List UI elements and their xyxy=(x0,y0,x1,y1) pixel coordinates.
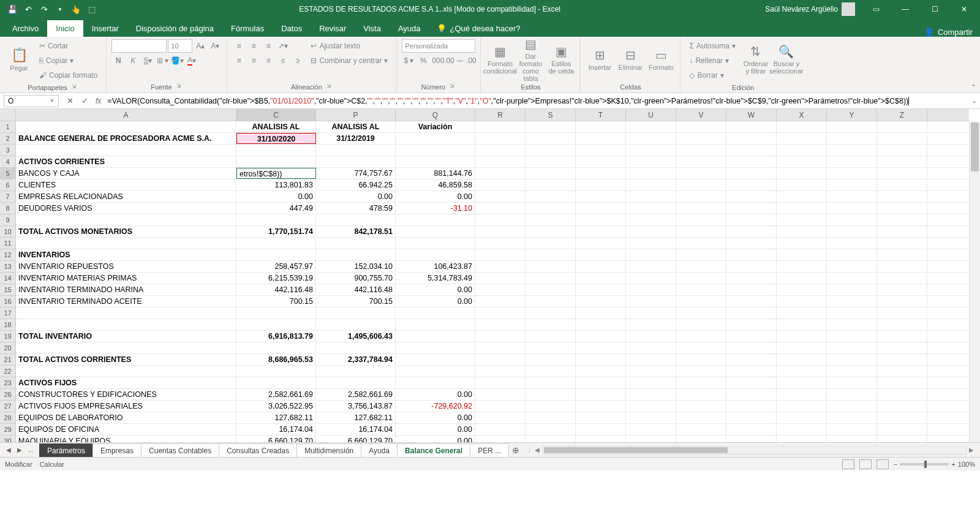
cell[interactable] xyxy=(726,121,777,132)
cell[interactable]: 1,495,606.43 xyxy=(316,331,396,342)
column-header-P[interactable]: P xyxy=(316,109,396,121)
column-header-C[interactable]: C xyxy=(236,109,316,121)
cell[interactable] xyxy=(827,296,877,307)
cell[interactable] xyxy=(526,342,576,353)
column-header-Q[interactable]: Q xyxy=(396,109,475,121)
cell[interactable] xyxy=(676,284,726,295)
cell[interactable] xyxy=(726,238,777,249)
zoom-control[interactable]: − + 100% xyxy=(894,461,975,468)
row-header-5[interactable]: 5 xyxy=(0,168,15,179)
cell[interactable] xyxy=(576,249,626,260)
dialog-launcher-align[interactable]: ⇲ xyxy=(325,83,333,91)
cell[interactable] xyxy=(877,366,927,377)
cell[interactable] xyxy=(827,214,877,225)
row-header-12[interactable]: 12 xyxy=(0,249,15,261)
cell[interactable] xyxy=(16,319,236,330)
cell[interactable] xyxy=(626,273,676,284)
sheet-tab-ayuda[interactable]: Ayuda xyxy=(361,443,398,457)
cell[interactable] xyxy=(726,284,777,295)
indent-decrease-button[interactable]: ≤ xyxy=(276,54,290,67)
cell[interactable]: 0.00 xyxy=(316,191,396,202)
cell[interactable] xyxy=(316,145,396,156)
cell[interactable] xyxy=(396,331,475,342)
cell[interactable]: CONSTRUCTORES Y EDIFICACIONES xyxy=(16,389,236,400)
cell[interactable]: 447.49 xyxy=(236,203,316,214)
cell[interactable] xyxy=(827,342,877,353)
cell[interactable] xyxy=(396,319,475,330)
column-header-U[interactable]: U xyxy=(626,109,676,121)
cell[interactable]: 0.00 xyxy=(396,389,475,400)
maximize-button[interactable]: ☐ xyxy=(921,0,948,18)
cell[interactable]: 700.15 xyxy=(316,296,396,307)
cell[interactable] xyxy=(827,156,877,167)
cell[interactable] xyxy=(676,342,726,353)
cell[interactable] xyxy=(777,331,827,342)
cell[interactable] xyxy=(475,226,526,237)
cell[interactable] xyxy=(526,284,576,295)
row-header-1[interactable]: 1 xyxy=(0,121,15,133)
cell[interactable] xyxy=(526,412,576,423)
cell[interactable] xyxy=(877,214,927,225)
cell[interactable] xyxy=(827,203,877,214)
undo-button[interactable]: ↶ xyxy=(21,2,36,17)
find-select-button[interactable]: 🔍Buscar y seleccionar xyxy=(772,39,801,80)
cell[interactable] xyxy=(726,179,777,190)
sort-filter-button[interactable]: ⇅Ordenar y filtrar xyxy=(742,39,770,80)
cell[interactable] xyxy=(726,436,777,442)
format-as-table-button[interactable]: ▤Dar formato como tabla xyxy=(516,39,545,80)
cell[interactable] xyxy=(827,179,877,190)
cell[interactable] xyxy=(475,331,526,342)
cell[interactable] xyxy=(726,412,777,423)
cell[interactable]: ACTIVOS CORRIENTES xyxy=(16,156,236,167)
cell[interactable] xyxy=(626,307,676,319)
cell[interactable] xyxy=(726,366,777,377)
cell[interactable] xyxy=(626,296,676,307)
cell[interactable] xyxy=(777,191,827,202)
cell[interactable] xyxy=(777,366,827,377)
sheet-tab-balance[interactable]: Balance General xyxy=(397,443,470,457)
cell[interactable] xyxy=(576,296,626,307)
cell[interactable]: 16,174.04 xyxy=(316,424,396,435)
insert-cells-button[interactable]: ⊞Insertar xyxy=(586,39,614,80)
cell[interactable]: 0.00 xyxy=(396,191,475,202)
column-header-T[interactable]: T xyxy=(576,109,626,121)
cell[interactable] xyxy=(777,168,827,179)
cell[interactable] xyxy=(676,191,726,202)
cell[interactable] xyxy=(576,133,626,144)
hscroll-splitter[interactable]: ⋮ xyxy=(527,447,532,453)
row-header-10[interactable]: 10 xyxy=(0,226,15,238)
row-header-23[interactable]: 23 xyxy=(0,377,15,389)
cell[interactable] xyxy=(877,424,927,435)
cells-area[interactable]: ANALISIS ALANALISIS ALVariaciónBALANCE G… xyxy=(16,121,969,442)
cell[interactable]: 2,337,784.94 xyxy=(316,354,396,365)
cell[interactable]: ANALISIS AL xyxy=(236,121,316,132)
expand-formula-bar[interactable]: ⌄ xyxy=(968,97,980,105)
tellme-search[interactable]: 💡 ¿Qué desea hacer? xyxy=(429,20,528,37)
cell[interactable] xyxy=(777,389,827,400)
row-header-26[interactable]: 26 xyxy=(0,389,15,401)
cell[interactable] xyxy=(877,249,927,260)
tab-inicio[interactable]: Inicio xyxy=(47,20,83,37)
row-header-16[interactable]: 16 xyxy=(0,296,15,307)
cell[interactable] xyxy=(475,179,526,190)
cell[interactable] xyxy=(726,156,777,167)
cell[interactable]: 127,682.11 xyxy=(316,412,396,423)
cell[interactable] xyxy=(626,145,676,156)
cell[interactable] xyxy=(777,307,827,319)
cell[interactable] xyxy=(626,191,676,202)
cell[interactable]: CLIENTES xyxy=(16,179,236,190)
autosum-button[interactable]: ΣAutosuma ▾ xyxy=(685,39,739,53)
orientation-button[interactable]: ↗▾ xyxy=(276,39,290,53)
cell[interactable] xyxy=(676,121,726,132)
cell[interactable] xyxy=(827,366,877,377)
cell[interactable] xyxy=(316,214,396,225)
sheet-nav-next[interactable]: ▶ xyxy=(15,447,24,453)
cell[interactable] xyxy=(777,261,827,272)
cell[interactable] xyxy=(526,156,576,167)
qat-arrow[interactable]: ▼ xyxy=(53,2,67,17)
cell[interactable] xyxy=(827,284,877,295)
cell[interactable]: 106,423.87 xyxy=(396,261,475,272)
cell[interactable]: EQUIPOS DE OFICINA xyxy=(16,424,236,435)
cell[interactable] xyxy=(726,145,777,156)
cell[interactable] xyxy=(827,424,877,435)
